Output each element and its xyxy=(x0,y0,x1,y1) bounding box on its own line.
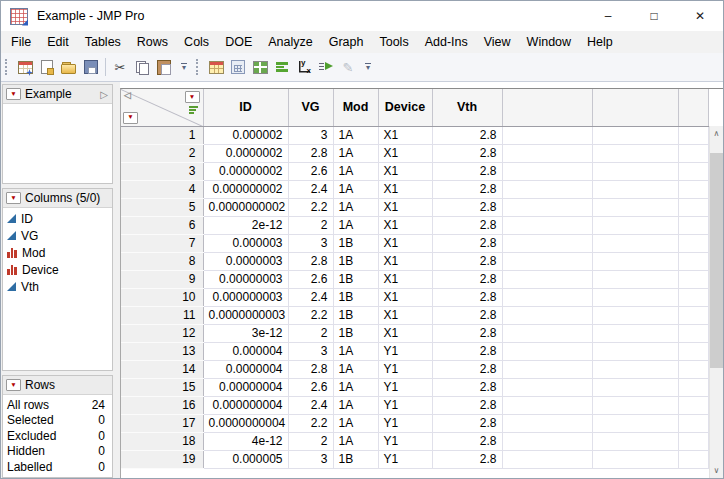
cell-vg[interactable]: 2.2 xyxy=(288,414,333,432)
column-item-vg[interactable]: VG xyxy=(3,227,112,244)
save-button[interactable] xyxy=(80,56,102,78)
column-item-device[interactable]: Device xyxy=(3,261,112,278)
row-number[interactable]: 1 xyxy=(121,126,203,144)
cell-vg[interactable]: 2.4 xyxy=(288,396,333,414)
cell-id[interactable]: 0.0000003 xyxy=(203,252,288,270)
cell-vg[interactable]: 2.6 xyxy=(288,270,333,288)
paste-button[interactable] xyxy=(153,56,175,78)
cell-id[interactable]: 0.000002 xyxy=(203,126,288,144)
cell-id[interactable]: 0.0000002 xyxy=(203,144,288,162)
scroll-up-icon[interactable]: ∧ xyxy=(710,126,723,141)
row-number[interactable]: 14 xyxy=(121,360,203,378)
cell-device[interactable]: Y1 xyxy=(378,432,432,450)
row-number[interactable]: 16 xyxy=(121,396,203,414)
cell-vth[interactable]: 2.8 xyxy=(432,198,502,216)
cell-vth[interactable]: 2.8 xyxy=(432,306,502,324)
cell-device[interactable]: X1 xyxy=(378,288,432,306)
cell-vg[interactable]: 2.2 xyxy=(288,198,333,216)
cell-vth[interactable]: 2.8 xyxy=(432,432,502,450)
row-number[interactable]: 10 xyxy=(121,288,203,306)
cell-mod[interactable]: 1A xyxy=(333,180,378,198)
cell-vth[interactable]: 2.8 xyxy=(432,270,502,288)
cell-vg[interactable]: 2.6 xyxy=(288,378,333,396)
cell-vth[interactable]: 2.8 xyxy=(432,324,502,342)
expand-panel-icon[interactable]: ▷ xyxy=(100,89,108,100)
cell-mod[interactable]: 1A xyxy=(333,216,378,234)
cell-id[interactable]: 0.00000003 xyxy=(203,270,288,288)
new-data-table-button[interactable] xyxy=(14,56,36,78)
row-stat-allrows[interactable]: All rows24 xyxy=(3,397,112,413)
cell-id[interactable]: 0.000003 xyxy=(203,234,288,252)
column-header-id[interactable]: ID xyxy=(203,89,288,126)
cell-vth[interactable]: 2.8 xyxy=(432,126,502,144)
row-number[interactable]: 13 xyxy=(121,342,203,360)
cell-mod[interactable]: 1A xyxy=(333,126,378,144)
row-number[interactable]: 18 xyxy=(121,432,203,450)
rows-corner-menu-button[interactable] xyxy=(123,112,138,124)
cell-vth[interactable]: 2.8 xyxy=(432,288,502,306)
cell-mod[interactable]: 1B xyxy=(333,234,378,252)
menu-view[interactable]: View xyxy=(476,31,519,53)
cell-id[interactable]: 0.000000004 xyxy=(203,396,288,414)
cell-id[interactable]: 0.00000004 xyxy=(203,378,288,396)
cell-vth[interactable]: 2.8 xyxy=(432,144,502,162)
menu-cols[interactable]: Cols xyxy=(176,31,217,53)
scroll-thumb[interactable] xyxy=(710,153,723,368)
cell-mod[interactable]: 1B xyxy=(333,324,378,342)
cell-id[interactable]: 0.000000003 xyxy=(203,288,288,306)
tile-windows-button[interactable] xyxy=(249,56,271,78)
row-number[interactable]: 11 xyxy=(121,306,203,324)
column-header-device[interactable]: Device xyxy=(378,89,432,126)
cell-vg[interactable]: 3 xyxy=(288,126,333,144)
cell-mod[interactable]: 1A xyxy=(333,414,378,432)
cell-id[interactable]: 0.0000004 xyxy=(203,360,288,378)
vertical-scrollbar[interactable]: ∧ ∨ xyxy=(709,126,723,478)
column-header-vg[interactable]: VG xyxy=(288,89,333,126)
cell-id[interactable]: 0.000000002 xyxy=(203,180,288,198)
cell-vth[interactable]: 2.8 xyxy=(432,162,502,180)
copy-button[interactable] xyxy=(131,56,153,78)
cell-device[interactable]: Y1 xyxy=(378,342,432,360)
row-stat-labelled[interactable]: Labelled0 xyxy=(3,459,112,475)
cell-mod[interactable]: 1A xyxy=(333,432,378,450)
row-number[interactable]: 17 xyxy=(121,414,203,432)
cell-id[interactable]: 3e-12 xyxy=(203,324,288,342)
cell-device[interactable]: Y1 xyxy=(378,360,432,378)
cell-mod[interactable]: 1A xyxy=(333,378,378,396)
columns-corner-menu-button[interactable] xyxy=(185,91,200,103)
cell-device[interactable]: Y1 xyxy=(378,414,432,432)
cell-vth[interactable]: 2.8 xyxy=(432,450,502,468)
open-button[interactable] xyxy=(58,56,80,78)
cell-vg[interactable]: 2 xyxy=(288,324,333,342)
cell-vth[interactable]: 2.8 xyxy=(432,234,502,252)
cell-vg[interactable]: 2.4 xyxy=(288,288,333,306)
columns-menu-button[interactable] xyxy=(6,192,21,204)
menu-graph[interactable]: Graph xyxy=(321,31,372,53)
cell-vth[interactable]: 2.8 xyxy=(432,414,502,432)
row-number[interactable]: 6 xyxy=(121,216,203,234)
cell-vg[interactable]: 3 xyxy=(288,342,333,360)
column-item-vth[interactable]: Vth xyxy=(3,278,112,295)
cell-device[interactable]: X1 xyxy=(378,270,432,288)
cell-id[interactable]: 0.0000000004 xyxy=(203,414,288,432)
cell-device[interactable]: X1 xyxy=(378,234,432,252)
menu-window[interactable]: Window xyxy=(519,31,579,53)
cell-device[interactable]: X1 xyxy=(378,198,432,216)
menu-analyze[interactable]: Analyze xyxy=(260,31,320,53)
cell-mod[interactable]: 1B xyxy=(333,306,378,324)
toolbar-overflow-icon[interactable] xyxy=(178,63,190,71)
cell-id[interactable]: 4e-12 xyxy=(203,432,288,450)
cell-vg[interactable]: 2.2 xyxy=(288,306,333,324)
row-number[interactable]: 5 xyxy=(121,198,203,216)
rows-menu-button[interactable] xyxy=(6,379,21,391)
cell-id[interactable]: 0.0000000002 xyxy=(203,198,288,216)
cell-id[interactable]: 0.000004 xyxy=(203,342,288,360)
cell-id[interactable]: 2e-12 xyxy=(203,216,288,234)
cell-device[interactable]: X1 xyxy=(378,306,432,324)
cell-mod[interactable]: 1A xyxy=(333,198,378,216)
row-stat-excluded[interactable]: Excluded0 xyxy=(3,428,112,444)
cell-vg[interactable]: 2.8 xyxy=(288,252,333,270)
cell-vth[interactable]: 2.8 xyxy=(432,252,502,270)
cell-mod[interactable]: 1B xyxy=(333,450,378,468)
cell-vg[interactable]: 3 xyxy=(288,450,333,468)
